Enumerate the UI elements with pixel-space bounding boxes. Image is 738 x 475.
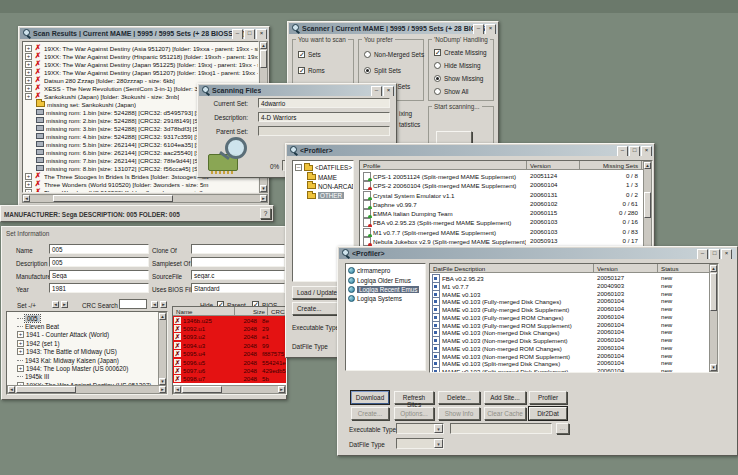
browse-button[interactable]: ...	[556, 423, 569, 434]
profile-row[interactable]: CPS-1 20051124 (Split-merged MAME Supple…	[360, 171, 642, 180]
minimize-button[interactable]: –	[617, 146, 628, 156]
col-status[interactable]: Status	[658, 264, 710, 273]
col-profile[interactable]: Profile	[360, 161, 527, 170]
clear-cache-button[interactable]: Clear Cache	[484, 407, 526, 420]
scan-results-hscrollbar[interactable]: ◄ ►	[22, 194, 268, 203]
expand-icon[interactable]: +	[25, 53, 32, 60]
datfile-type-select[interactable]: ▾	[396, 438, 444, 449]
col-missing-sets[interactable]: Missing Sets	[580, 161, 642, 170]
minimize-button[interactable]: –	[473, 24, 484, 34]
scan-result-row[interactable]: +✗19XX: The War Against Destiny (Asia 95…	[23, 44, 258, 52]
col-version[interactable]: Version	[594, 264, 658, 273]
scanner-option-split-sets[interactable]: Split Sets	[359, 62, 423, 78]
minimize-button[interactable]: –	[697, 249, 708, 259]
expand-icon[interactable]: +	[17, 340, 24, 347]
scanner-option-show-all[interactable]: Show All	[429, 85, 493, 98]
profile-row[interactable]: Nebula Jukebox v2.9 (Split-merged MAME S…	[360, 236, 642, 245]
profile-row[interactable]: Crystal System Emulator v1.1200601310 / …	[360, 190, 642, 199]
datfile-row[interactable]: MAME v0.103 (Split-merged Disk Changes)2…	[430, 359, 708, 367]
scan-result-row[interactable]: +✗19XX: The War Against Destiny (Japan 9…	[23, 68, 258, 76]
datfile-row[interactable]: MAME v0.103 (Split-merged Disk Supplemen…	[430, 367, 708, 372]
set-tree-item-1943-kai-midway-kaisen-japan[interactable]: 1943 Kai: Midway Kaisen (Japan)	[7, 356, 167, 364]
expand-icon[interactable]: +	[25, 173, 32, 180]
set-tree-item-1942-set-1[interactable]: +1942 (set 1)	[7, 339, 167, 347]
expand-icon[interactable]: +	[25, 61, 32, 68]
set-prev-button[interactable]: ◄	[52, 301, 59, 308]
refresh-sites-button[interactable]: Refresh Sites	[394, 391, 434, 404]
rom-col-name[interactable]: Name	[173, 307, 235, 316]
datfile-row[interactable]: MAME v0.103 (Non-merged ROM Changes)2006…	[430, 344, 708, 352]
profile-row[interactable]: M1 v0.7.7 (Split-merged MAME Supplement)…	[360, 227, 642, 236]
scanner-option-non-merged-sets[interactable]: Non-Merged Sets	[359, 46, 423, 62]
help-button[interactable]: ?	[260, 208, 271, 219]
expand-icon[interactable]: +	[25, 181, 32, 188]
scanner-titlebar[interactable]: Scanner | Current MAME | 5995 / 5995 Set…	[289, 23, 497, 34]
set-tree-vscrollbar[interactable]: ▲▼	[158, 312, 167, 386]
rom-row[interactable]: ✗5095.u42048f887575	[173, 350, 286, 358]
datfiles-vscrollbar[interactable]: ▲▼	[709, 264, 718, 372]
maximize-button[interactable]: □	[244, 29, 255, 39]
show-info-button[interactable]: Show Info	[438, 407, 480, 420]
expand-icon[interactable]: +	[17, 331, 24, 338]
profiler-tree-item-non-arcade[interactable]: NON-ARCADE	[293, 182, 353, 191]
profiler-tree-item-datfiles[interactable]: –<DATFILES>	[293, 163, 353, 172]
rom-row[interactable]: ✗5093.u22048e1	[173, 333, 286, 341]
expand-icon[interactable]: +	[25, 189, 32, 194]
expand-icon[interactable]: +	[17, 365, 24, 372]
profile-row[interactable]: EMMA Italian Dumping Team200601150 / 280	[360, 208, 642, 217]
site-item-clrmamepro[interactable]: clrmamepro	[346, 266, 425, 275]
close-button[interactable]: ×	[641, 146, 652, 156]
download-button[interactable]: Download	[351, 391, 389, 404]
close-button[interactable]: ×	[721, 249, 732, 259]
web-profiler-titlebar[interactable]: <Profiler> –□×	[339, 248, 736, 259]
set-tree-item-1941-counter-attack-world[interactable]: +1941 - Counter Attack (World)	[7, 331, 167, 339]
scanner-option-hide-missing[interactable]: Hide Missing	[429, 59, 493, 72]
profiler-tree-item-mame[interactable]: MAME	[293, 172, 353, 181]
col-version[interactable]: Version	[527, 161, 580, 170]
rom-row[interactable]: ✗1346b.u2520488e	[173, 316, 286, 324]
scanner-option-roms[interactable]: Roms	[293, 62, 353, 78]
col-datfile-description[interactable]: DatFile Description	[430, 264, 594, 273]
set-next-button[interactable]: ►	[61, 301, 68, 308]
crc-next-button[interactable]: ►	[160, 301, 167, 308]
create-button[interactable]: Create...	[351, 407, 389, 420]
scanner-option-sets[interactable]: Sets	[293, 46, 353, 62]
delete-button[interactable]: Delete...	[438, 391, 480, 404]
crc-search-input[interactable]	[119, 299, 147, 309]
set-tree-item-eleven-beat[interactable]: Eleven Beat	[7, 322, 167, 330]
dir2dat-button[interactable]: Dir2Dat	[529, 407, 567, 420]
site-item-logiqa-systems[interactable]: Logiqa Systems	[346, 294, 425, 303]
rom-row[interactable]: ✗5097.u62048429edb54	[173, 366, 286, 374]
options-button[interactable]: Options...	[394, 407, 434, 420]
set-tree-item-1944-the-loop-master-us-000620[interactable]: +1944: The Loop Master (US 000620)	[7, 364, 167, 372]
datfile-row[interactable]: MAME v0.103 (Fully-merged Disk Changes)2…	[430, 297, 708, 305]
add-site-button[interactable]: Add Site...	[484, 391, 526, 404]
rom-row[interactable]: ✗5098.u720485b	[173, 375, 286, 383]
profiler-button[interactable]: Profiler	[529, 391, 567, 404]
collapse-icon[interactable]: –	[295, 164, 302, 171]
expand-icon[interactable]: +	[25, 45, 32, 52]
set-tree-item-1945k-iii[interactable]: 1945k III	[7, 373, 167, 381]
executable-type-select[interactable]: ▾	[396, 423, 444, 434]
profiler-titlebar[interactable]: <Profiler> –□×	[287, 145, 653, 156]
datfile-row[interactable]: MAME v0.103 (Fully-merged ROM Changes)20…	[430, 313, 708, 321]
datfile-row[interactable]: MAME v0.103 (Fully-merged ROM Supplement…	[430, 321, 708, 329]
crc-prev-button[interactable]: ◄	[151, 301, 158, 308]
scan-result-row[interactable]: +✗Three Wonders (US 910520) [folder: 3wo…	[23, 188, 258, 193]
rom-list-hscrollbar[interactable]: ◄►	[173, 385, 286, 394]
expand-icon[interactable]: +	[17, 348, 24, 355]
expand-icon[interactable]: +	[25, 85, 32, 92]
executable-path-field[interactable]	[450, 423, 552, 434]
scan-result-row[interactable]: +✗Three Wonders (World 910520) [folder: …	[23, 180, 258, 188]
rom-row[interactable]: ✗5094.u3204899	[173, 341, 286, 349]
expand-icon[interactable]: +	[25, 93, 32, 100]
datfile-row[interactable]: MAME v0.103 (Non-merged Disk Supplement)…	[430, 336, 708, 344]
scan-result-row[interactable]: +✗19XX: The War Against Destiny (Hispani…	[23, 52, 258, 60]
close-button[interactable]: ×	[256, 29, 267, 39]
datfile-row[interactable]: MAME v0.103 (Fully-merged Disk Supplemen…	[430, 305, 708, 313]
scan-result-row[interactable]: +✗19XX: The War Against Destiny (Japan 9…	[23, 60, 258, 68]
datfile-row[interactable]: M1 v0.7.720040903new	[430, 282, 708, 290]
minimize-button[interactable]: –	[232, 29, 243, 39]
profile-row[interactable]: CPS-2 20060104 (Split-merged MAME Supple…	[360, 180, 642, 189]
site-item-logiqa-recent-emus[interactable]: Logiqa Recent Emus	[346, 285, 425, 294]
